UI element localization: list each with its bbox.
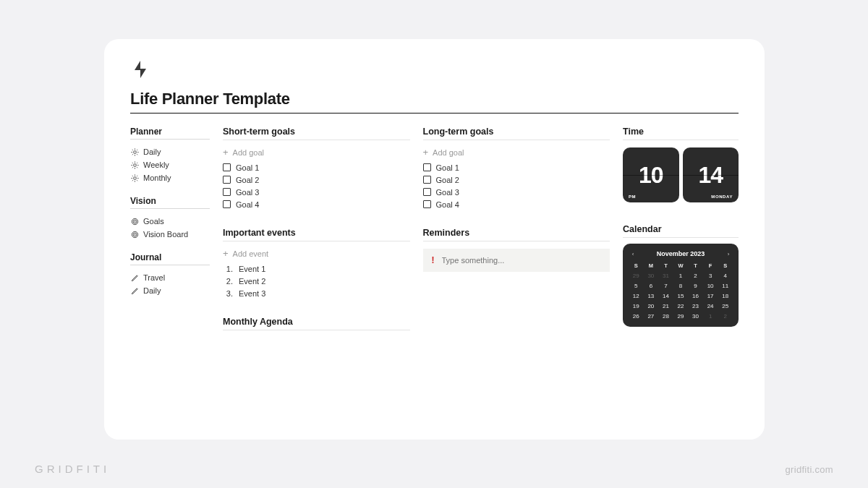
checkbox[interactable] [223, 200, 231, 208]
svg-point-0 [133, 150, 136, 153]
calendar-dow: S [718, 262, 733, 269]
calendar-day[interactable]: 11 [718, 283, 733, 289]
sidebar-item-label: Travel [143, 273, 165, 282]
calendar-day[interactable]: 5 [629, 283, 644, 289]
calendar-day[interactable]: 17 [703, 293, 718, 299]
sun-icon [130, 147, 139, 156]
calendar-day[interactable]: 29 [673, 313, 689, 320]
goal-item[interactable]: Goal 1 [223, 161, 410, 174]
svg-line-6 [137, 154, 137, 155]
calendar-day[interactable]: 14 [658, 293, 673, 299]
event-number: 3. [223, 289, 233, 298]
calendar-day[interactable]: 7 [658, 283, 673, 289]
calendar-dow: M [644, 262, 659, 269]
sidebar-item-label: Daily [143, 147, 161, 156]
calendar-day[interactable]: 20 [644, 303, 659, 309]
calendar-day-muted[interactable]: 1 [703, 313, 718, 320]
calendar-day[interactable]: 30 [688, 313, 703, 320]
event-item[interactable]: 2.Event 2 [223, 275, 410, 287]
section-heading: Reminders [423, 228, 610, 241]
event-item[interactable]: 1.Event 1 [223, 262, 410, 275]
sun-icon [130, 174, 139, 182]
checkbox[interactable] [423, 176, 431, 184]
column-short-goals: Short-term goals + Add goal Goal 1 Goal … [223, 127, 410, 335]
calendar-day[interactable]: 10 [703, 283, 718, 289]
calendar-prev-button[interactable]: ‹ [629, 249, 637, 258]
calendar-day[interactable]: 1 [673, 273, 689, 279]
calendar-day[interactable]: 18 [718, 293, 733, 299]
goal-item[interactable]: Goal 4 [423, 198, 610, 210]
calendar-day[interactable]: 21 [658, 303, 673, 309]
svg-line-26 [137, 175, 137, 176]
goal-item[interactable]: Goal 3 [423, 186, 610, 198]
calendar-day[interactable]: 23 [688, 303, 703, 309]
calendar-day[interactable]: 6 [644, 283, 659, 289]
goal-item[interactable]: Goal 2 [223, 174, 410, 186]
sidebar-item-weekly[interactable]: Weekly [130, 158, 210, 171]
calendar-day[interactable]: 16 [688, 293, 703, 299]
calendar-dow: T [688, 262, 703, 269]
goal-label: Goal 1 [236, 163, 259, 172]
sidebar-heading: Journal [130, 252, 210, 265]
sidebar-item-daily[interactable]: Daily [130, 145, 210, 158]
svg-line-25 [132, 180, 132, 181]
checkbox[interactable] [223, 176, 231, 184]
checkbox[interactable] [223, 188, 231, 196]
calendar-day[interactable]: 27 [644, 313, 659, 320]
event-item[interactable]: 3.Event 3 [223, 287, 410, 299]
calendar-day-muted[interactable]: 2 [718, 313, 733, 320]
add-goal-button[interactable]: + Add goal [223, 145, 410, 161]
calendar-day[interactable]: 2 [688, 273, 703, 279]
calendar-day[interactable]: 15 [673, 293, 689, 299]
pen-icon [130, 286, 139, 295]
svg-line-14 [132, 162, 132, 163]
calendar-next-button[interactable]: › [724, 249, 733, 258]
calendar-day-muted[interactable]: 29 [629, 273, 644, 279]
calendar-day[interactable]: 3 [703, 273, 718, 279]
sidebar-item-goals[interactable]: Goals [130, 215, 210, 228]
calendar-day[interactable]: 8 [673, 283, 689, 289]
calendar-day[interactable]: 9 [688, 283, 703, 289]
calendar-day[interactable]: 12 [629, 293, 644, 299]
goal-item[interactable]: Goal 4 [223, 198, 410, 210]
page-title: Life Planner Template [130, 90, 739, 114]
sidebar-item-vision-board[interactable]: Vision Board [130, 228, 210, 241]
sidebar-item-travel[interactable]: Travel [130, 271, 210, 284]
calendar-dow: S [629, 262, 644, 269]
checkbox[interactable] [423, 163, 431, 171]
goal-item[interactable]: Goal 1 [423, 161, 610, 174]
section-heading: Long-term goals [423, 127, 610, 140]
page-card: Life Planner Template Planner Daily Week… [104, 39, 765, 440]
calendar-day[interactable]: 22 [673, 303, 689, 309]
add-goal-button[interactable]: + Add goal [423, 145, 610, 161]
short-goals-block: Short-term goals + Add goal Goal 1 Goal … [223, 127, 410, 210]
calendar-day[interactable]: 26 [629, 313, 644, 320]
checkbox[interactable] [423, 188, 431, 196]
goal-item[interactable]: Goal 3 [223, 186, 410, 198]
calendar-day[interactable]: 24 [703, 303, 718, 309]
checkbox[interactable] [223, 163, 231, 171]
calendar-day[interactable]: 28 [658, 313, 673, 320]
reminder-input[interactable] [442, 256, 602, 265]
target-icon [130, 217, 139, 226]
calendar-day[interactable]: 13 [644, 293, 659, 299]
calendar-day[interactable]: 19 [629, 303, 644, 309]
calendar-day-muted[interactable]: 30 [644, 273, 659, 279]
calendar-day[interactable]: 25 [718, 303, 733, 309]
sidebar-item-journal-daily[interactable]: Daily [130, 284, 210, 297]
add-event-button[interactable]: + Add event [223, 246, 410, 262]
calendar-day[interactable]: 4 [718, 273, 733, 279]
reminder-callout[interactable]: ! [423, 249, 610, 272]
goal-item[interactable]: Goal 2 [423, 174, 610, 186]
clock-minute: 14 [698, 162, 723, 189]
sidebar-section-planner: Planner Daily Weekly Monthly [130, 127, 210, 184]
sidebar-section-vision: Vision Goals Vision Board [130, 196, 210, 241]
flip-clock: 10 PM 14 MONDAY [623, 147, 739, 202]
sidebar-item-label: Vision Board [143, 230, 188, 239]
sidebar-item-monthly[interactable]: Monthly [130, 171, 210, 184]
event-label: Event 1 [239, 265, 265, 273]
section-heading: Monthly Agenda [223, 317, 410, 330]
checkbox[interactable] [423, 200, 431, 208]
plus-icon: + [423, 147, 429, 157]
calendar-day-muted[interactable]: 31 [658, 273, 673, 279]
